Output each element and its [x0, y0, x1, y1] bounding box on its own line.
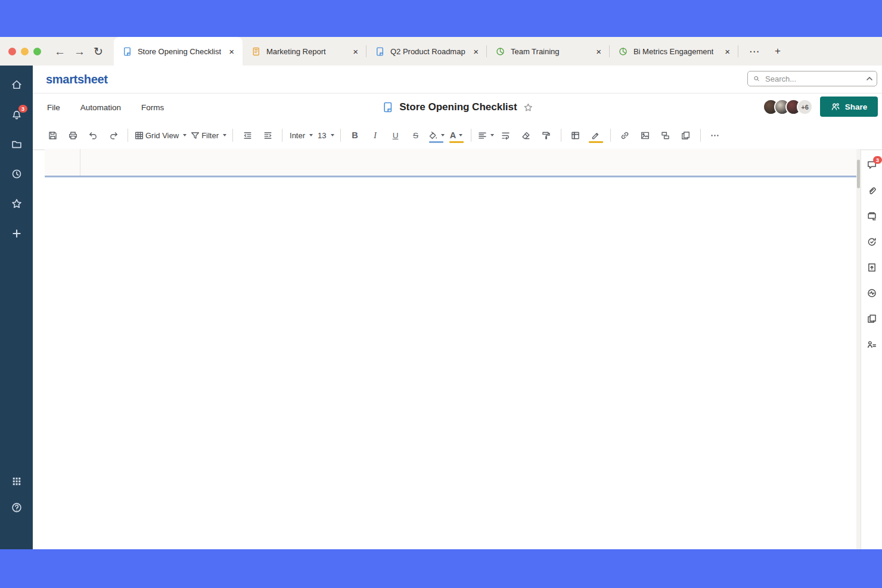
sidebar-item-help[interactable]	[11, 502, 23, 514]
share-button[interactable]: Share	[820, 97, 878, 117]
copy-button[interactable]	[676, 126, 696, 144]
tab-store-opening-checklist[interactable]: Store Opening Checklist×	[114, 37, 243, 66]
collapse-rail-chevron-icon[interactable]	[865, 74, 874, 83]
print-icon	[68, 130, 78, 141]
tab-q2-product-roadmap[interactable]: Q2 Product Roadmap×	[367, 37, 487, 66]
sidebar-item-apps[interactable]	[11, 475, 23, 487]
home-icon	[11, 79, 23, 91]
close-tab-icon[interactable]: ×	[472, 46, 480, 57]
sidebar-item-favorites[interactable]	[11, 198, 23, 210]
minimize-window-button[interactable]	[21, 48, 29, 55]
toolbar-divider	[232, 129, 233, 142]
rail-item-activity-log[interactable]	[867, 288, 877, 298]
outdent-button[interactable]	[237, 126, 257, 144]
tab-marketing-report[interactable]: Marketing Report×	[243, 37, 367, 66]
font-size-selector[interactable]: 13	[315, 126, 336, 144]
search-box[interactable]	[747, 71, 877, 86]
tab-bi-metrics-engagement[interactable]: Bi Metrics Engagement×	[610, 37, 738, 66]
save-button[interactable]	[42, 126, 63, 144]
rail-item-proofs[interactable]	[867, 211, 877, 222]
maximize-window-button[interactable]	[33, 48, 41, 55]
link-button[interactable]	[615, 126, 635, 144]
strikethrough-button[interactable]: S	[406, 126, 426, 144]
tab-team-training[interactable]: Team Training×	[487, 37, 610, 66]
favorite-star-icon[interactable]	[523, 102, 533, 113]
sidebar-item-recents[interactable]	[11, 168, 23, 180]
more-tabs-button[interactable]: ⋯	[749, 45, 759, 58]
collaborator-avatars[interactable]: +6	[768, 99, 813, 115]
favorites-icon	[11, 198, 23, 210]
doc-tab-icon	[375, 46, 385, 57]
toolbar-divider	[282, 129, 282, 142]
sidebar-item-create-new[interactable]	[11, 228, 23, 239]
close-tab-icon[interactable]: ×	[595, 46, 603, 57]
notification-badge: 3	[873, 156, 881, 164]
rail-item-update-requests[interactable]	[867, 237, 877, 247]
cell-format-button[interactable]	[566, 126, 586, 144]
underline-button[interactable]: U	[386, 126, 406, 144]
close-tab-icon[interactable]: ×	[228, 46, 235, 57]
close-tab-icon[interactable]: ×	[723, 46, 731, 57]
print-button[interactable]	[63, 126, 83, 144]
reload-button[interactable]: ↻	[94, 46, 103, 57]
rail-item-contacts[interactable]	[867, 339, 877, 350]
bold-button[interactable]: B	[345, 126, 365, 144]
card-view-button[interactable]	[656, 126, 676, 144]
forward-button[interactable]: →	[74, 46, 85, 57]
rail-item-conversations[interactable]: 3	[867, 160, 877, 170]
page-title: Store Opening Checklist	[399, 101, 517, 113]
rail-item-summary[interactable]	[867, 313, 877, 324]
wrap-text-button[interactable]	[496, 126, 516, 144]
caret-down-icon	[309, 134, 313, 136]
tab-strip: Store Opening Checklist×Marketing Report…	[114, 37, 738, 66]
font-family-selector[interactable]: Inter	[287, 126, 315, 144]
toolbar-label: Inter	[288, 131, 306, 140]
menu-forms[interactable]: Forms	[141, 103, 164, 112]
notification-badge: 3	[18, 105, 27, 113]
grid-view-icon	[134, 130, 144, 141]
menu-file[interactable]: File	[47, 103, 60, 112]
back-button[interactable]: ←	[54, 46, 66, 57]
search-input[interactable]	[764, 74, 871, 84]
toolbar-label: Grid View	[144, 131, 180, 140]
sidebar-item-notifications[interactable]: 3	[11, 108, 23, 120]
sidebar-item-folder[interactable]	[11, 138, 23, 150]
italic-button[interactable]: I	[365, 126, 386, 144]
toolbar-divider	[700, 129, 701, 142]
undo-icon	[88, 130, 98, 141]
caret-down-icon	[331, 134, 334, 136]
wrap-text-icon	[501, 130, 511, 141]
pie-tab-icon	[495, 46, 505, 57]
vertical-scrollbar[interactable]	[856, 149, 861, 549]
sidebar-item-account-avatar[interactable]	[11, 528, 23, 540]
new-tab-button[interactable]: +	[775, 45, 781, 57]
menu-automation[interactable]: Automation	[80, 103, 121, 112]
fill-color-button[interactable]	[426, 126, 446, 144]
rail-item-publish[interactable]	[867, 262, 877, 273]
sidebar-item-home[interactable]	[11, 79, 23, 91]
sheet-icon	[381, 101, 393, 113]
recents-icon	[11, 168, 23, 180]
help-icon	[11, 502, 23, 514]
scrollbar-thumb[interactable]	[857, 160, 860, 188]
card-view-icon	[660, 130, 670, 141]
close-tab-icon[interactable]: ×	[352, 46, 359, 57]
indent-button[interactable]	[257, 126, 278, 144]
eraser-button[interactable]	[516, 126, 536, 144]
eraser-icon	[521, 130, 531, 141]
redo-button[interactable]	[103, 126, 123, 144]
collab-overflow-badge[interactable]: +6	[797, 99, 813, 115]
align-left-button[interactable]	[476, 126, 496, 144]
rail-item-attachments[interactable]	[867, 185, 877, 196]
undo-button[interactable]	[83, 126, 103, 144]
column-header-row-number[interactable]	[45, 149, 80, 176]
text-color-button[interactable]: A	[446, 126, 467, 144]
highlight-button[interactable]	[586, 126, 606, 144]
format-painter-button[interactable]	[536, 126, 557, 144]
filter-selector[interactable]: Filter	[188, 126, 228, 144]
contacts-icon	[867, 339, 877, 350]
more-button[interactable]	[705, 126, 725, 144]
close-window-button[interactable]	[8, 48, 16, 55]
grid-view-selector[interactable]: Grid View	[132, 126, 188, 144]
image-button[interactable]	[635, 126, 656, 144]
